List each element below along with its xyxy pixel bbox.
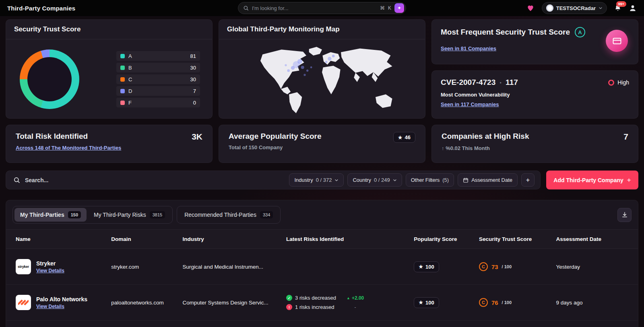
tab-my-third-parties[interactable]: My Third-Parties 150 bbox=[14, 208, 87, 222]
cve-id: CVE-2007-4723 bbox=[441, 78, 495, 87]
grade-badge: C bbox=[479, 262, 488, 271]
legend-value: 7 bbox=[193, 88, 196, 94]
header-industry[interactable]: Industry bbox=[179, 230, 282, 249]
trend-up-icon: ▲ bbox=[347, 296, 350, 300]
table-search[interactable] bbox=[13, 177, 285, 183]
trend-secondary: - bbox=[355, 304, 356, 310]
search-icon bbox=[243, 5, 249, 11]
company-logo: stryker bbox=[16, 259, 31, 274]
legend-value: 0 bbox=[193, 100, 196, 106]
company-name: Stryker bbox=[36, 260, 64, 267]
org-name: TESTSOCRadar bbox=[556, 5, 596, 11]
legend-value: 81 bbox=[190, 53, 196, 59]
header-name[interactable]: Name bbox=[6, 230, 107, 249]
legend-swatch bbox=[120, 89, 125, 93]
high-risk-trend-text: %0.02 This Month bbox=[446, 145, 490, 151]
legend-item-f[interactable]: F 0 bbox=[116, 98, 200, 107]
ai-assistant-button[interactable]: ✦ bbox=[394, 3, 404, 13]
tab-count-badge: 150 bbox=[68, 211, 81, 218]
add-filter-button[interactable]: + bbox=[521, 173, 535, 187]
grade-a-badge: A bbox=[575, 27, 585, 37]
legend-label: D bbox=[128, 88, 132, 94]
topbar: Third-Party Companies ⌘ K ✦ TESTSOCRadar… bbox=[0, 0, 644, 16]
plus-icon: + bbox=[627, 176, 631, 184]
tab-recommended-third-parties[interactable]: Recommended Third-Parties 334 bbox=[179, 208, 279, 222]
dot-icon: ● bbox=[500, 81, 502, 84]
company-logo bbox=[16, 295, 31, 310]
trust-score-title: Security Trust Score bbox=[6, 20, 212, 39]
avg-popularity-title: Average Popularity Score bbox=[229, 132, 322, 141]
rewards-heart-icon[interactable] bbox=[526, 4, 535, 12]
tab-my-third-party-risks[interactable]: My Third-Party Risks 3815 bbox=[88, 208, 171, 222]
add-third-party-button[interactable]: Add Third-Party Company + bbox=[546, 171, 638, 189]
check-circle-icon: ✓ bbox=[286, 295, 292, 301]
legend-swatch bbox=[120, 101, 125, 105]
main-content: Security Trust Score A 81 B 30 bbox=[0, 16, 644, 327]
tab-label: Recommended Third-Parties bbox=[184, 212, 256, 218]
cve-companies-link[interactable]: Seen in 117 Companies bbox=[441, 101, 499, 107]
country-filter[interactable]: Country 0 / 249 bbox=[347, 173, 402, 187]
other-filters-button[interactable]: Other Filters (5) bbox=[406, 173, 454, 187]
header-assessment-date[interactable]: Assessment Date bbox=[552, 230, 638, 249]
total-risk-card: Total Risk Identified 3K Across 148 of T… bbox=[6, 125, 213, 163]
third-parties-table: Name Domain Industry Latest Risks Identi… bbox=[6, 229, 638, 321]
filter-bar: Industry 0 / 372 Country 0 / 249 Other F… bbox=[6, 171, 541, 189]
chevron-down-icon bbox=[393, 178, 397, 182]
user-avatar[interactable] bbox=[629, 4, 637, 12]
legend-swatch bbox=[120, 77, 125, 82]
table-row[interactable]: stryker Stryker View Details stryker.com… bbox=[6, 249, 638, 285]
seen-in-companies-link[interactable]: Seen in 81 Companies bbox=[441, 45, 496, 51]
latest-risks-cell bbox=[282, 249, 410, 285]
industry-filter[interactable]: Industry 0 / 372 bbox=[289, 173, 344, 187]
total-risk-title: Total Risk Identified bbox=[16, 132, 88, 141]
popularity-score-badge: ★ 100 bbox=[414, 261, 439, 272]
risks-increased: ! 1 risks increased bbox=[286, 304, 336, 310]
popularity-score-badge: ★ 100 bbox=[414, 297, 439, 308]
company-name: Palo Alto Networks bbox=[36, 296, 87, 302]
chevron-down-icon bbox=[334, 178, 339, 182]
table-search-input[interactable] bbox=[25, 177, 114, 183]
chevron-down-icon bbox=[599, 6, 603, 10]
tab-group-primary: My Third-Parties 150 My Third-Party Risk… bbox=[12, 206, 173, 224]
legend-item-b[interactable]: B 30 bbox=[116, 63, 200, 72]
calendar-icon bbox=[463, 177, 469, 183]
table-header-row: Name Domain Industry Latest Risks Identi… bbox=[6, 230, 638, 249]
monitored-parties-link[interactable]: Across 148 of The Monitored Third-Partie… bbox=[16, 145, 121, 151]
alert-circle-icon: ! bbox=[286, 304, 292, 310]
legend-swatch bbox=[120, 66, 125, 70]
tab-label: My Third-Parties bbox=[20, 212, 64, 218]
map-title: Global Third-Party Monitoring Map bbox=[219, 20, 425, 39]
severity-badge: High bbox=[608, 79, 629, 86]
view-details-link[interactable]: View Details bbox=[36, 268, 64, 274]
header-popularity[interactable]: Popularity Score bbox=[410, 230, 475, 249]
view-details-link[interactable]: View Details bbox=[36, 304, 64, 309]
add-third-party-label: Add Third-Party Company bbox=[553, 177, 623, 183]
global-search-input[interactable] bbox=[252, 5, 377, 11]
legend-item-d[interactable]: D 7 bbox=[116, 86, 200, 96]
notifications-button[interactable]: 99+ bbox=[614, 4, 621, 12]
trend-value: +2.00 bbox=[352, 295, 364, 301]
org-switcher[interactable]: TESTSOCRadar bbox=[542, 2, 607, 14]
header-domain[interactable]: Domain bbox=[107, 230, 178, 249]
industry-filter-label: Industry bbox=[294, 177, 313, 183]
popularity-score: 100 bbox=[425, 264, 434, 270]
export-button[interactable] bbox=[617, 208, 632, 222]
table-row[interactable]: Palo Alto Networks View Details paloalto… bbox=[6, 285, 638, 321]
country-filter-label: Country bbox=[353, 177, 371, 183]
header-latest-risks[interactable]: Latest Risks Identified bbox=[282, 230, 410, 249]
assessment-date: 9 days ago bbox=[552, 285, 638, 321]
legend-item-c[interactable]: C 30 bbox=[116, 74, 200, 84]
world-map[interactable] bbox=[219, 39, 425, 119]
other-filters-label: Other Filters bbox=[411, 177, 440, 183]
legend-item-a[interactable]: A 81 bbox=[116, 51, 200, 61]
global-search[interactable]: ⌘ K ✦ bbox=[238, 2, 406, 14]
avg-popularity-score: 46 bbox=[405, 134, 411, 140]
cve-subtitle: Most Common Vulnerability bbox=[441, 92, 629, 98]
search-icon bbox=[13, 177, 20, 183]
floating-action-button[interactable] bbox=[606, 30, 628, 52]
header-security-trust[interactable]: Security Trust Score bbox=[475, 230, 552, 249]
monitoring-map-card: Global Third-Party Monitoring Map bbox=[219, 19, 425, 119]
download-icon bbox=[621, 212, 628, 218]
assessment-date-filter[interactable]: Assessment Date bbox=[458, 173, 518, 187]
trust-score-value: 73 bbox=[491, 263, 498, 270]
